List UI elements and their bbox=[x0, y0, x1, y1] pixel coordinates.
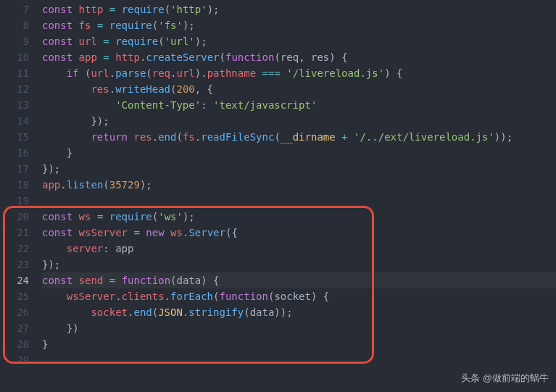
code-line: res.writeHead(200, { bbox=[42, 81, 556, 97]
code-line: const http = require('http'); bbox=[42, 1, 556, 17]
code-line bbox=[42, 352, 556, 368]
code-line: const url = require('url'); bbox=[42, 33, 556, 49]
code-line: const ws = require('ws'); bbox=[42, 209, 556, 225]
line-number: 13 bbox=[0, 97, 29, 113]
line-number: 19 bbox=[0, 193, 29, 209]
code-line: }); bbox=[42, 257, 556, 272]
line-number: 26 bbox=[0, 304, 29, 320]
code-line bbox=[42, 193, 556, 209]
code-line: socket.end(JSON.stringify(data)); bbox=[42, 304, 556, 320]
line-number: 10 bbox=[0, 49, 29, 65]
code-line: return res.end(fs.readFileSync(__dirname… bbox=[42, 129, 556, 145]
code-line: }) bbox=[42, 320, 556, 336]
code-line: const fs = require('fs'); bbox=[42, 17, 556, 33]
code-line: const wsServer = new ws.Server({ bbox=[42, 225, 556, 241]
line-number: 27 bbox=[0, 320, 29, 336]
line-number: 28 bbox=[0, 336, 29, 352]
line-number: 15 bbox=[0, 129, 29, 145]
code-line: } bbox=[42, 145, 556, 161]
line-number: 11 bbox=[0, 65, 29, 81]
line-number: 14 bbox=[0, 113, 29, 129]
code-line: app.listen(35729); bbox=[42, 177, 556, 193]
line-number: 29 bbox=[0, 352, 29, 368]
code-line: server: app bbox=[42, 241, 556, 257]
code-line: wsServer.clients.forEach(function(socket… bbox=[42, 288, 556, 304]
line-number: 8 bbox=[0, 17, 29, 33]
line-number: 18 bbox=[0, 177, 29, 193]
code-line: } bbox=[42, 336, 556, 352]
code-line: }); bbox=[42, 161, 556, 177]
code-editor: 7891011121314151617181920212223242526272… bbox=[0, 0, 556, 368]
line-number-gutter: 7891011121314151617181920212223242526272… bbox=[0, 1, 42, 368]
line-number: 7 bbox=[0, 1, 29, 17]
code-line: if (url.parse(req.url).pathname === '/li… bbox=[42, 65, 556, 81]
line-number: 25 bbox=[0, 288, 29, 304]
watermark-text: 头条 @做前端的蜗牛 bbox=[461, 370, 549, 386]
code-line: }); bbox=[42, 113, 556, 129]
line-number: 17 bbox=[0, 161, 29, 177]
line-number: 9 bbox=[0, 33, 29, 49]
line-number: 12 bbox=[0, 81, 29, 97]
line-number: 22 bbox=[0, 241, 29, 257]
line-number: 23 bbox=[0, 257, 29, 272]
line-number: 20 bbox=[0, 209, 29, 225]
code-line: 'Content-Type': 'text/javascript' bbox=[42, 97, 556, 113]
code-area: const http = require('http');const fs = … bbox=[42, 1, 556, 368]
code-line: const send = function(data) { bbox=[42, 272, 556, 288]
line-number: 24 bbox=[0, 272, 29, 288]
line-number: 16 bbox=[0, 145, 29, 161]
code-line: const app = http.createServer(function(r… bbox=[42, 49, 556, 65]
line-number: 21 bbox=[0, 225, 29, 241]
